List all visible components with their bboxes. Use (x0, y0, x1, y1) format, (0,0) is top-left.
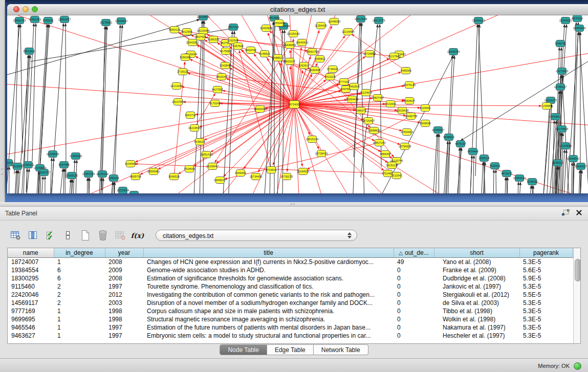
graph-node-label: 16151122 (386, 164, 398, 167)
column-header-pagerank[interactable]: pagerank (519, 248, 573, 258)
column-header-name[interactable]: name (8, 248, 54, 258)
float-panel-icon[interactable] (562, 209, 570, 216)
column-header-in_degree[interactable]: in_degree (54, 248, 105, 258)
graph-edge[interactable] (532, 186, 542, 193)
graph-edge[interactable] (60, 180, 71, 193)
scrollbar-thumb[interactable] (575, 259, 581, 281)
function-builder-icon[interactable]: f(x) (131, 229, 144, 243)
table-row[interactable]: 946362711997Embryonic stem cells: a mode… (8, 332, 573, 340)
graph-edge[interactable] (543, 121, 556, 193)
tab-edge-table[interactable]: Edge Table (267, 344, 314, 355)
graph-edge[interactable] (294, 104, 588, 193)
graph-edge[interactable] (294, 104, 318, 193)
graph-edge[interactable] (204, 104, 294, 140)
graph-node-label: 9146821 (259, 52, 270, 55)
table-row[interactable]: 911546021997Tourette syndrome. Phenomeno… (8, 282, 573, 291)
graph-edge[interactable] (7, 104, 294, 193)
graph-edge[interactable] (66, 24, 66, 179)
table-row[interactable]: 1830029562008Estimation of significance … (8, 274, 573, 282)
column-header-year[interactable]: year (105, 248, 143, 258)
table-row[interactable]: 977716911998Corpus callosum shape and si… (8, 307, 573, 315)
table-cell: 18724007 (8, 258, 54, 267)
graph-node-label: 18226058 (197, 29, 209, 32)
table-row[interactable]: 946554611997Estimation of the future num… (8, 323, 573, 332)
graph-node-label: 9884067 (380, 152, 390, 156)
network-canvas[interactable]: 2055174316351263978504110553257152760611… (7, 15, 588, 193)
graph-node-label: 12505115 (66, 174, 78, 177)
table-row[interactable]: 2242004622012Investigating the contribut… (8, 291, 573, 299)
table-row[interactable]: 1872400712008Changes of HCN gene express… (8, 258, 573, 267)
left-collapsed-panel[interactable] (0, 0, 5, 202)
graph-edge[interactable] (230, 68, 294, 104)
table-select-dropdown[interactable]: citations_edges.txt (156, 230, 357, 241)
graph-edge[interactable] (489, 170, 494, 193)
graph-edge[interactable] (443, 141, 450, 193)
graph-edge[interactable] (294, 15, 582, 104)
graph-edge[interactable] (135, 164, 388, 173)
table-cell: Dudbridge et al. (2008) (434, 274, 519, 282)
delete-table-icon[interactable] (96, 229, 109, 243)
graph-edge[interactable] (511, 182, 520, 193)
divider-grip-icon (290, 203, 296, 206)
graph-edge[interactable] (497, 178, 506, 193)
graph-node-label: 16339447 (206, 165, 219, 168)
graph-edge[interactable] (19, 55, 30, 193)
graph-edge[interactable] (7, 104, 294, 193)
graph-edge[interactable] (7, 72, 294, 104)
split-pane-divider[interactable] (0, 202, 588, 207)
graph-edge[interactable] (40, 25, 49, 171)
close-panel-icon[interactable] (576, 210, 582, 215)
graph-edge[interactable] (294, 104, 588, 193)
show-hide-column-icon[interactable] (27, 229, 39, 243)
table-cell: Franke et al. (2009) (434, 266, 519, 274)
graph-edge[interactable] (294, 48, 301, 104)
graph-edge[interactable] (203, 21, 204, 193)
graph-edge[interactable] (438, 134, 439, 193)
graph-edge[interactable] (7, 170, 16, 193)
graph-edge[interactable] (190, 59, 294, 104)
table-row[interactable]: 969969511998Structural magnetic resonanc… (8, 315, 573, 323)
minimize-button[interactable] (23, 6, 29, 12)
graph-edge[interactable] (45, 177, 45, 193)
graph-edge[interactable] (461, 61, 588, 141)
graph-edge[interactable] (478, 25, 489, 193)
table-row[interactable]: 1938455462009Genome-wide association stu… (8, 266, 573, 274)
column-header-title[interactable]: title (143, 248, 394, 258)
column-header-short[interactable]: short (434, 248, 519, 258)
table-row[interactable]: 1456911722003Disruption of a novel membe… (8, 299, 573, 307)
graph-edge[interactable] (112, 25, 120, 193)
zoom-button[interactable] (32, 6, 38, 12)
graph-node-label: 15276061 (100, 21, 112, 24)
graph-edge[interactable] (83, 178, 88, 193)
tab-node-table[interactable]: Node Table (220, 344, 267, 355)
table-vertical-scrollbar[interactable] (573, 248, 581, 343)
table-cell: 1997 (105, 323, 143, 332)
graph-edge[interactable] (294, 26, 588, 104)
create-table-icon[interactable] (79, 229, 92, 243)
graph-edge[interactable] (507, 182, 518, 193)
table-options-icon[interactable] (9, 229, 22, 243)
graph-edge[interactable] (294, 104, 541, 106)
window-titlebar[interactable]: citations_edges.txt (7, 4, 588, 15)
graph-node-label: 9262711 (185, 114, 195, 117)
graph-edge[interactable] (569, 170, 580, 193)
table-cell: 0 (394, 291, 434, 299)
graph-edge[interactable] (112, 25, 122, 193)
graph-edge[interactable] (424, 134, 437, 193)
graph-edge[interactable] (452, 148, 460, 193)
close-button[interactable] (13, 6, 19, 12)
graph-node-label: 11145194 (96, 172, 108, 176)
row-height-icon[interactable] (61, 229, 74, 243)
graph-edge[interactable] (496, 170, 497, 193)
tab-network-table[interactable]: Network Table (314, 344, 368, 355)
column-header-out_degree[interactable]: △out_de... (394, 248, 434, 258)
graph-node-label: 7485063 (400, 69, 411, 72)
network-view-region: citations_edges.txt 20551743163512639785… (0, 0, 588, 202)
graph-edge[interactable] (7, 104, 294, 193)
graph-edge[interactable] (20, 25, 23, 154)
table-cell: Estimation of the future numbers of pati… (143, 323, 394, 332)
graph-edge[interactable] (294, 104, 302, 166)
graph-edge[interactable] (294, 104, 588, 193)
panel-grip-icon (1, 169, 3, 174)
row-selection-icon[interactable] (44, 229, 57, 243)
